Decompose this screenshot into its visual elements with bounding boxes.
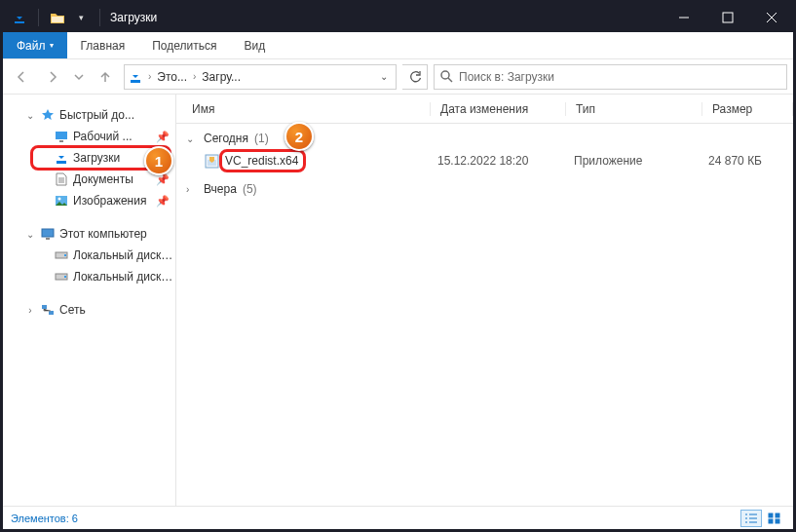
folder-icon [49,9,66,26]
sidebar-item-disk-c[interactable]: Локальный диск (C [3,245,175,266]
sidebar-item-network[interactable]: › Сеть [3,299,175,321]
sidebar-label: Загрузки [73,151,152,165]
window-title: Загрузки [110,11,157,24]
svg-rect-15 [49,311,54,315]
svg-rect-3 [56,132,67,139]
group-count: (5) [243,182,257,196]
sidebar-item-disk-d[interactable]: Локальный диск (D [3,266,175,287]
close-button[interactable] [749,3,793,32]
title-bar: ▾ Загрузки [3,3,793,32]
up-button[interactable] [93,64,118,90]
desktop-icon [54,129,69,144]
expand-icon[interactable]: › [24,305,36,316]
chevron-right-icon: › [144,71,155,82]
breadcrumb[interactable]: Это... [157,70,187,84]
sidebar-item-desktop[interactable]: Рабочий ... 📌 [3,126,175,147]
column-headers: Имя Дата изменения Тип Размер [176,95,793,124]
column-name[interactable]: Имя [182,102,430,116]
ribbon: Файл ▾ Главная Поделиться Вид [3,32,793,59]
downloads-icon [129,70,142,84]
file-tab-label: Файл [17,39,46,53]
svg-rect-8 [42,229,54,237]
sidebar-label: Рабочий ... [73,130,152,143]
forward-button[interactable] [40,64,65,90]
item-count: Элементов: 6 [11,513,78,524]
svg-rect-5 [57,161,66,164]
navigation-bar: › Это... › Загру... ⌄ Поиск в: Загрузки [3,59,793,95]
search-icon [440,70,453,83]
address-dropdown-icon[interactable]: ⌄ [376,71,392,82]
quick-access[interactable]: ⌄ Быстрый до... [3,104,175,126]
sidebar-label: Сеть [59,303,175,317]
svg-rect-13 [64,276,66,278]
status-bar: Элементов: 6 [3,506,793,529]
annotation-badge-2: 2 [284,122,314,151]
pc-icon [40,226,56,242]
sidebar-label: Локальный диск (C [73,248,175,262]
refresh-button[interactable] [402,64,428,90]
collapse-icon[interactable]: ⌄ [24,110,36,121]
svg-rect-9 [46,238,50,240]
group-yesterday[interactable]: › Вчера (5) [182,178,793,200]
downloads-arrow-icon [11,9,28,26]
svg-rect-14 [42,305,47,309]
downloads-icon [54,150,69,166]
file-type: Приложение [564,154,701,168]
annotation-badge-1: 1 [144,146,173,175]
sidebar-item-this-pc[interactable]: ⌄ Этот компьютер [3,223,175,245]
file-size: 24 870 КБ [701,154,793,168]
installer-icon [204,153,219,169]
qat-dropdown-icon[interactable]: ▾ [72,9,90,26]
explorer-window: ▾ Загрузки Файл ▾ Главная Поделиться Вид… [0,0,796,532]
sidebar-label: Локальный диск (D [73,270,175,284]
group-count: (1) [254,132,269,145]
tab-share[interactable]: Поделиться [138,32,230,58]
pictures-icon [54,193,69,209]
details-view-button[interactable] [740,510,762,527]
caret-down-icon: ▾ [50,41,54,50]
tab-view[interactable]: Вид [230,32,279,58]
sidebar-label: Этот компьютер [59,227,175,241]
network-icon [40,302,56,318]
disk-icon [54,247,69,263]
collapse-icon[interactable]: ⌄ [24,229,36,240]
pin-icon: 📌 [156,195,170,208]
documents-icon [54,171,69,187]
svg-rect-20 [769,519,773,523]
group-today[interactable]: ⌄ Сегодня (1) [182,128,793,149]
column-date[interactable]: Дата изменения [430,102,566,116]
svg-rect-0 [723,13,733,22]
file-name: VC_redist.x64 [225,154,298,168]
address-bar[interactable]: › Это... › Загру... ⌄ [124,64,397,90]
collapse-icon[interactable]: ⌄ [186,133,198,144]
sidebar-label: Изображения [73,194,152,208]
sidebar-item-pictures[interactable]: Изображения 📌 [3,190,175,211]
svg-rect-11 [64,254,66,256]
svg-rect-1 [131,80,140,83]
file-tab[interactable]: Файл ▾ [3,32,67,58]
svg-rect-21 [776,519,779,523]
column-type[interactable]: Тип [566,102,702,116]
icons-view-button[interactable] [764,510,785,527]
group-label: Сегодня [204,132,248,145]
search-box[interactable]: Поиск в: Загрузки [434,64,787,90]
history-dropdown[interactable] [71,64,87,90]
expand-icon[interactable]: › [186,184,198,195]
svg-rect-19 [776,513,779,517]
column-size[interactable]: Размер [702,102,793,116]
pin-icon: 📌 [156,131,170,143]
svg-point-2 [441,71,449,79]
group-label: Вчера [204,182,237,196]
file-date: 15.12.2022 18:20 [428,154,564,168]
svg-rect-18 [769,513,773,517]
back-button[interactable] [9,64,34,90]
chevron-right-icon: › [189,71,200,82]
search-placeholder: Поиск в: Загрузки [459,70,554,84]
file-row[interactable]: VC_redist.x64 15.12.2022 18:20 Приложени… [182,149,793,172]
maximize-button[interactable] [705,3,749,32]
breadcrumb[interactable]: Загру... [202,70,241,84]
sidebar-label: Документы [73,172,152,186]
minimize-button[interactable] [662,3,705,32]
tab-home[interactable]: Главная [67,32,139,58]
sidebar-label: Быстрый до... [59,108,175,122]
